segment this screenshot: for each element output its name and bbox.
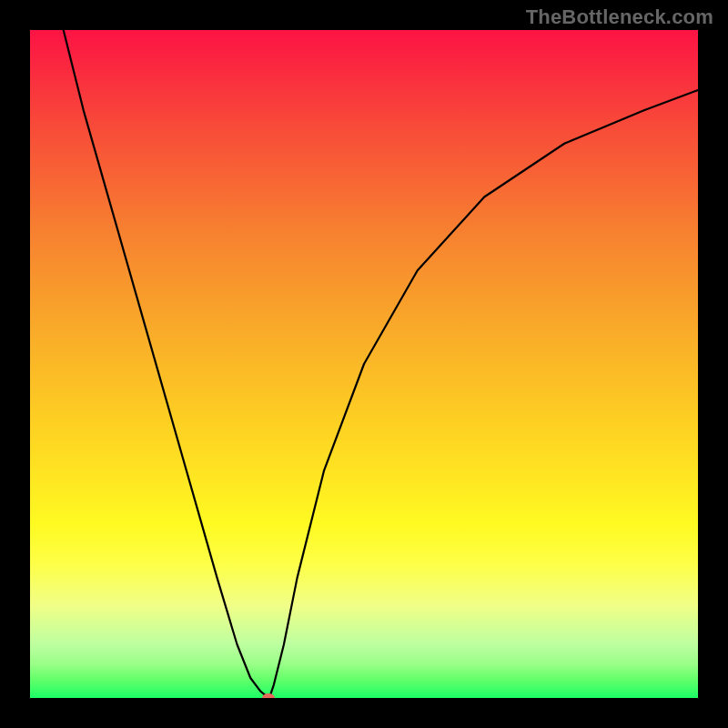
- curve-group: [64, 30, 698, 698]
- bottleneck-curve: [64, 30, 698, 697]
- watermark-label: TheBottleneck.com: [526, 5, 713, 29]
- plot-area: [30, 30, 698, 698]
- chart-frame: TheBottleneck.com: [0, 0, 728, 728]
- curve-layer: [30, 30, 698, 698]
